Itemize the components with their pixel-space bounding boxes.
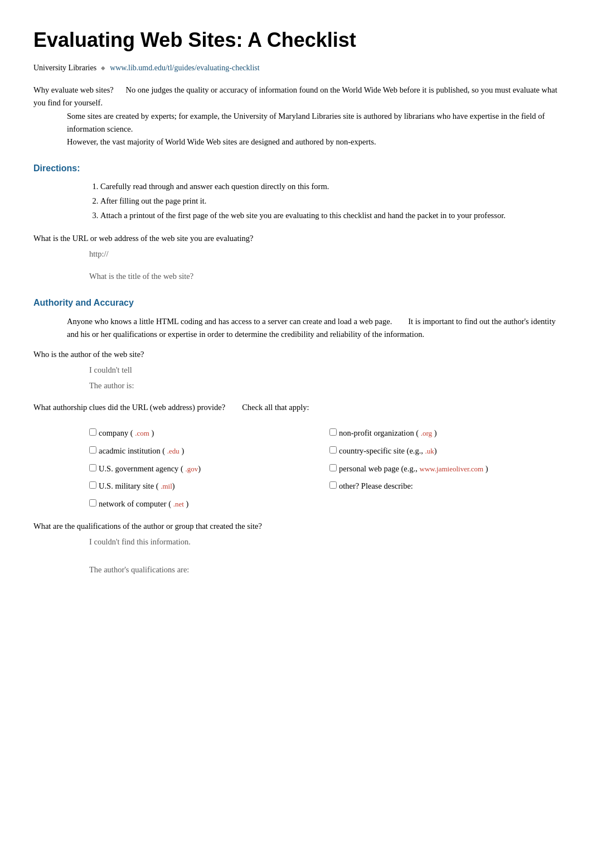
- who-author-answers: I couldn't tell The author is:: [89, 364, 559, 392]
- who-author-block: Who is the author of the web site? I cou…: [33, 349, 559, 392]
- why-text2-indent: Some sites are created by experts; for e…: [67, 112, 545, 133]
- direction-item-2: After filling out the page print it.: [100, 195, 559, 208]
- why-text3: However, the vast majority of World Wide…: [67, 137, 376, 146]
- directions-heading: Directions:: [33, 162, 559, 175]
- qualifications-question: What are the qualifications of the autho…: [33, 520, 559, 533]
- checkbox-gov: U.S. government agency ( .gov): [89, 463, 318, 475]
- couldnt-tell: I couldn't tell: [89, 364, 559, 377]
- authority-description: Anyone who knows a little HTML coding an…: [67, 315, 559, 341]
- directions-section: Directions: Carefully read through and a…: [33, 162, 559, 221]
- author-is: The author is:: [89, 380, 559, 392]
- checkbox-nonprofit-input[interactable]: [329, 428, 337, 436]
- checkbox-other-input[interactable]: [329, 481, 337, 489]
- domain-com: .com: [135, 429, 149, 437]
- authority-heading: Authority and Accuracy: [33, 296, 559, 310]
- domain-edu: .edu: [167, 447, 179, 455]
- checkbox-military: U.S. military site ( .mil): [89, 480, 318, 493]
- url-question-block: What is the URL or web address of the we…: [33, 233, 559, 261]
- checkbox-country: country-specific site (e.g., .uk): [329, 445, 559, 457]
- checkbox-military-input[interactable]: [89, 481, 96, 489]
- directions-list: Carefully read through and answer each q…: [89, 181, 559, 221]
- checkbox-gov-input[interactable]: [89, 464, 96, 471]
- university-link[interactable]: www.lib.umd.edu/tl/guides/evaluating-che…: [110, 62, 260, 74]
- domain-gov: .gov: [185, 465, 198, 473]
- url-answer-area: http://: [89, 248, 559, 261]
- qualifications-answers: I couldn't find this information. The au…: [89, 536, 559, 576]
- title-answer-area: What is the title of the web site?: [89, 271, 559, 283]
- checkbox-nonprofit: non-profit organization ( .org ): [329, 427, 559, 440]
- authorship-question: What authorship clues did the URL (web a…: [33, 402, 225, 414]
- checkbox-personal-input[interactable]: [329, 464, 337, 471]
- direction-item-3: Attach a printout of the first page of t…: [100, 210, 559, 222]
- checkbox-academic: acadmic institution ( .edu ): [89, 445, 318, 457]
- checkbox-grid: company ( .com ) non-profit organization…: [89, 427, 559, 510]
- domain-personal-url: www.jamieoliver.com: [420, 465, 484, 473]
- authority-section: Authority and Accuracy Anyone who knows …: [33, 296, 559, 576]
- university-label: University Libraries: [33, 62, 96, 74]
- authorship-row: What authorship clues did the URL (web a…: [33, 402, 559, 417]
- authorship-question-block: What authorship clues did the URL (web a…: [33, 402, 559, 510]
- bullet-icon: ◆: [101, 64, 105, 72]
- checkbox-academic-input[interactable]: [89, 446, 96, 454]
- domain-org: .org: [421, 429, 432, 437]
- url-question: What is the URL or web address of the we…: [33, 233, 559, 245]
- title-question: What is the title of the web site?: [89, 271, 559, 283]
- checkbox-other: other? Please describe:: [329, 480, 559, 493]
- url-placeholder[interactable]: http://: [89, 248, 559, 261]
- checkbox-network: network of computer ( .net ): [89, 498, 318, 510]
- title-question-block: What is the title of the web site?: [33, 271, 559, 283]
- domain-uk: .uk: [425, 447, 434, 455]
- why-label: Why evaluate web sites?: [33, 85, 114, 94]
- who-author-question: Who is the author of the web site?: [33, 349, 559, 361]
- page-title: Evaluating Web Sites: A Checklist: [33, 28, 559, 52]
- checkbox-company-input[interactable]: [89, 428, 96, 436]
- domain-net: .net: [173, 500, 184, 508]
- qualifications-are: The author's qualifications are:: [89, 564, 559, 576]
- couldnt-find: I couldn't find this information.: [89, 536, 559, 548]
- university-line: University Libraries ◆ www.lib.umd.edu/t…: [33, 62, 559, 74]
- checkbox-network-input[interactable]: [89, 499, 96, 507]
- checkbox-company: company ( .com ): [89, 427, 318, 440]
- checkbox-personal: personal web page (e.g., www.jamieoliver…: [329, 463, 559, 475]
- direction-item-1: Carefully read through and answer each q…: [100, 181, 559, 193]
- domain-mil: .mil: [161, 482, 172, 490]
- why-intro-indent: Some sites are created by experts; for e…: [67, 110, 559, 149]
- intro-paragraph: Why evaluate web sites? No one judges th…: [33, 84, 559, 148]
- check-all-label: Check all that apply:: [242, 402, 309, 414]
- checkbox-country-input[interactable]: [329, 446, 337, 454]
- qualifications-block: What are the qualifications of the autho…: [33, 520, 559, 576]
